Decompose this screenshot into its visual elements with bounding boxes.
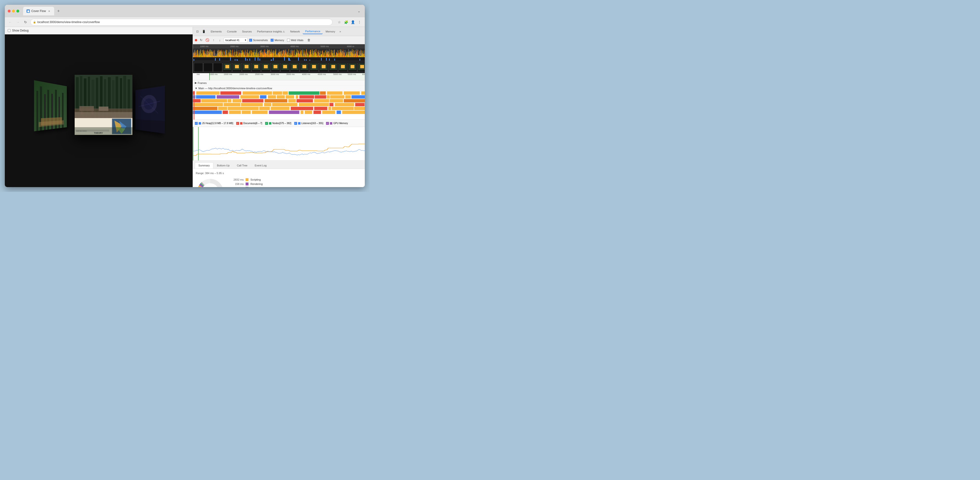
minimize-button[interactable] <box>12 10 15 13</box>
show-debug-checkbox[interactable]: Show Debug <box>8 29 29 32</box>
tab-call-tree[interactable]: Call Tree <box>233 162 251 169</box>
new-tab-button[interactable]: + <box>55 8 62 14</box>
tick-1000ms: 1000 ms <box>200 45 208 48</box>
net-graph-canvas <box>193 57 365 60</box>
album-center-img: DAB RECORDS THEORY <box>75 75 132 135</box>
svg-rect-29 <box>80 106 94 111</box>
tab-event-log[interactable]: Event Log <box>251 162 270 169</box>
web-vitals-checkbox[interactable] <box>287 39 290 41</box>
js-heap-checkbox[interactable]: ✓ <box>195 122 198 125</box>
cover-flow-scene: DAB RECORDS THEORY <box>27 63 171 159</box>
clear-profile-button[interactable]: 🚫 <box>205 38 210 43</box>
film-frame[interactable] <box>213 63 222 72</box>
tab-elements[interactable]: Elements <box>208 29 224 34</box>
frames-arrow-icon: ▶ <box>195 81 197 84</box>
upload-profile-button[interactable]: ↑ <box>211 38 216 43</box>
memory-graph <box>193 127 365 161</box>
reload-button[interactable]: ↻ <box>22 19 29 25</box>
film-frame[interactable] <box>242 63 251 72</box>
tab-memory[interactable]: Memory <box>323 29 337 34</box>
nodes-label: Nodes[375 – 382] <box>272 122 291 125</box>
bookmark-button[interactable]: ☆ <box>336 19 342 25</box>
maximize-button[interactable] <box>16 10 19 13</box>
film-frame[interactable] <box>329 63 338 72</box>
film-frame[interactable] <box>358 63 365 72</box>
film-frame[interactable] <box>300 63 309 72</box>
reload-profile-button[interactable]: ↻ <box>199 38 204 43</box>
svg-rect-52 <box>135 119 165 133</box>
film-frame[interactable] <box>204 63 213 72</box>
profile-name: localhost #1 <box>225 39 240 41</box>
url-bar[interactable]: 🔒 localhost:3000/demo/view-timeline-css/… <box>30 19 332 25</box>
browser-window: ⬤ Cover Flow ✕ + ⌄ ← → ↻ 🔒 localhost:300… <box>5 5 365 187</box>
album-left <box>34 80 67 131</box>
devtools-device-button[interactable]: 📱 <box>201 29 206 34</box>
devtools-inspect-button[interactable]: ⊡ <box>195 29 200 34</box>
film-frame[interactable] <box>280 63 290 72</box>
tab-performance[interactable]: Performance <box>303 29 323 34</box>
extensions-button[interactable]: 🧩 <box>343 19 349 25</box>
screenshots-checkbox[interactable]: ✓ <box>249 39 252 41</box>
tab-network[interactable]: Network <box>288 29 302 34</box>
listeners-label: Listeners[163 – 355] <box>301 122 323 125</box>
clear-recording-button[interactable]: 🗑 <box>306 38 311 43</box>
debug-checkbox-input[interactable] <box>8 29 11 32</box>
tab-close-button[interactable]: ✕ <box>48 10 51 13</box>
gpu-label: GPU Memory <box>333 122 348 125</box>
tab-more[interactable]: » <box>338 29 342 34</box>
devtools-toolbar: ⊡ 📱 Elements Console Sources Performance… <box>193 27 365 36</box>
back-button[interactable]: ← <box>7 19 13 25</box>
record-button[interactable] <box>195 39 197 41</box>
url-text: localhost:3000/demo/view-timeline-css/co… <box>37 21 100 24</box>
browser-tab[interactable]: ⬤ Cover Flow ✕ <box>23 7 54 15</box>
tab-bottom-up[interactable]: Bottom-Up <box>213 162 233 169</box>
film-frame[interactable] <box>194 63 203 72</box>
film-frame[interactable] <box>348 63 357 72</box>
listeners-counter: ✓ Listeners[163 – 355] <box>294 122 323 125</box>
cover-flow-stage: DAB RECORDS THEORY <box>5 34 192 187</box>
menu-button[interactable]: ⋮ <box>356 19 363 25</box>
film-frame[interactable] <box>309 63 318 72</box>
film-frame[interactable] <box>232 63 242 72</box>
tick-5000ms: 5000 ms <box>320 45 329 48</box>
tab-favicon: ⬤ <box>27 10 30 13</box>
profile-selector[interactable]: localhost #1 ▾ <box>224 38 248 43</box>
gpu-color <box>330 122 332 125</box>
memory-checkbox[interactable]: ✓ <box>270 39 274 41</box>
tick-6000ms: 6000 m <box>347 45 354 48</box>
film-frame[interactable] <box>271 63 280 72</box>
profile-button[interactable]: 👤 <box>350 19 356 25</box>
filmstrip <box>193 62 365 73</box>
film-frame[interactable] <box>319 63 328 72</box>
summary-layout: 5568 ms 2832 ms Scripting 158 ms <box>196 177 365 187</box>
film-frame[interactable] <box>338 63 347 72</box>
frames-section-header[interactable]: ▶ Frames <box>193 80 365 86</box>
tab-performance-insights[interactable]: Performance insights ⚠ <box>255 29 287 34</box>
close-button[interactable] <box>8 10 11 13</box>
film-frame[interactable] <box>290 63 299 72</box>
memory-cursor-line <box>193 127 193 160</box>
film-frame[interactable] <box>223 63 232 72</box>
range-text: Range: 384 ms – 5.95 s <box>196 172 365 174</box>
forward-button[interactable]: → <box>15 19 21 25</box>
download-profile-button[interactable]: ↓ <box>218 38 222 43</box>
timeline-area: ms 1000 ms 1500 ms 2000 ms 2500 ms 3000 … <box>193 73 365 80</box>
documents-checkbox[interactable]: ✓ <box>236 122 239 125</box>
js-heap-label: JS Heap[12.8 MB – 17.8 MB] <box>202 122 233 125</box>
listeners-checkbox[interactable]: ✓ <box>294 122 297 125</box>
film-frame[interactable] <box>261 63 270 72</box>
nodes-color <box>269 122 271 125</box>
tab-sources[interactable]: Sources <box>240 29 254 34</box>
tick-2000ms: 2000 ms <box>230 45 239 48</box>
nodes-checkbox[interactable]: ✓ <box>265 122 268 125</box>
gpu-checkbox[interactable]: ✓ <box>326 122 329 125</box>
main-section-header[interactable]: ▼ Main — http://localhost:3000/demo/view… <box>193 86 365 91</box>
tab-console[interactable]: Console <box>225 29 239 34</box>
film-frame[interactable] <box>251 63 261 72</box>
tick-3000ms: 3000 ms <box>260 45 269 48</box>
legend-painting: 55 ms Painting <box>231 186 365 187</box>
window-options-button[interactable]: ⌄ <box>356 8 362 14</box>
frames-label: Frames <box>198 82 207 84</box>
scripting-ms: 2832 ms <box>231 178 244 181</box>
tab-summary[interactable]: Summary <box>195 162 213 169</box>
